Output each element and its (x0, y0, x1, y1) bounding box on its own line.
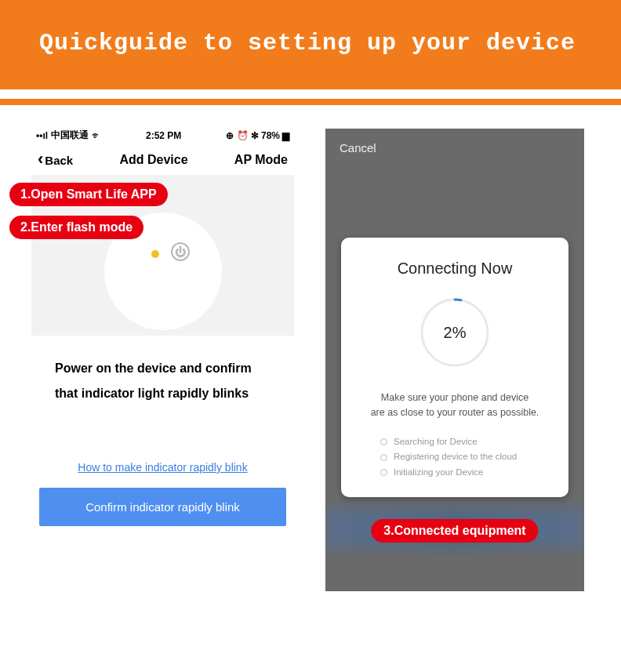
phone-left-screenshot: ••ıl 中国联通 ᯤ 2:52 PM ⊕ ⏰ ✻ 78% ▆ Back Add… (31, 129, 294, 526)
header-divider (0, 99, 621, 105)
phone-right-screenshot: Cancel Connecting Now 2% Make sure your … (325, 129, 584, 591)
modal-sub-line-1: Make sure your phone and device (357, 390, 553, 405)
nav-title: Add Device (119, 153, 187, 167)
mode-toggle[interactable]: AP Mode (234, 153, 288, 167)
battery-pct: 78% (261, 130, 280, 141)
back-button[interactable]: Back (38, 154, 73, 167)
connecting-modal: Connecting Now 2% Make sure your phone a… (341, 238, 568, 497)
modal-title: Connecting Now (357, 260, 553, 278)
wifi-icon: ᯤ (92, 130, 101, 141)
page-header: Quickguide to setting up your device (0, 0, 621, 89)
content-row: ••ıl 中国联通 ᯤ 2:52 PM ⊕ ⏰ ✻ 78% ▆ Back Add… (0, 105, 621, 591)
nav-bar: Back Add Device AP Mode (31, 148, 294, 175)
step-item: Registering device to the cloud (380, 449, 553, 465)
step-label: Registering device to the cloud (394, 452, 517, 461)
page-title: Quickguide to setting up your device (39, 30, 605, 56)
callout-badge-2: 2.Enter flash mode (9, 216, 143, 239)
progress-percent: 2% (417, 295, 492, 370)
callout-badge-1: 1.Open Smart Life APP (9, 183, 168, 206)
cancel-button[interactable]: Cancel (325, 129, 584, 167)
instruction-text: Power on the device and confirm that ind… (31, 336, 294, 406)
status-time: 2:52 PM (146, 130, 181, 141)
carrier-label: 中国联通 (51, 129, 89, 142)
confirm-button[interactable]: Confirm indicator rapidly blink (39, 488, 286, 526)
signal-bars: ••ıl (36, 130, 48, 141)
power-icon (171, 242, 190, 261)
status-icons: ⊕ ⏰ ✻ (226, 130, 259, 141)
step-item: Searching for Device (380, 434, 553, 450)
battery-icon: ▆ (282, 130, 289, 141)
status-bar: ••ıl 中国联通 ᯤ 2:52 PM ⊕ ⏰ ✻ 78% ▆ (31, 129, 294, 148)
help-link[interactable]: How to make indicator rapidly blink (31, 461, 294, 474)
connection-steps: Searching for Device Registering device … (357, 434, 553, 481)
modal-subtext: Make sure your phone and device are as c… (357, 390, 553, 420)
instruction-line-2: that indicator light rapidly blinks (55, 381, 271, 406)
step-label: Initializing your Device (394, 467, 483, 477)
modal-sub-line-2: are as close to your router as possible. (357, 405, 553, 420)
step-item: Initializing your Device (380, 465, 553, 481)
indicator-dot-icon (151, 250, 159, 258)
device-illustration-area: 1.Open Smart Life APP 2.Enter flash mode (31, 175, 294, 336)
step-label: Searching for Device (394, 437, 478, 446)
progress-ring: 2% (417, 295, 492, 370)
chevron-left-icon (38, 154, 43, 167)
instruction-line-1: Power on the device and confirm (55, 356, 271, 381)
callout-badge-3: 3.Connected equipment (371, 519, 538, 543)
back-label: Back (45, 154, 73, 167)
